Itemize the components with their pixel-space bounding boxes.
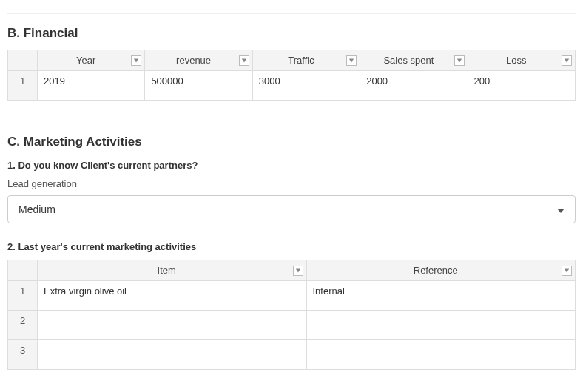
- financial-table: Year revenue Traffic Sales spent Loss: [7, 50, 576, 101]
- cell-reference[interactable]: Internal: [306, 281, 576, 311]
- activities-col-reference: Reference: [306, 260, 576, 281]
- filter-icon[interactable]: [562, 55, 572, 66]
- question-2: 2. Last year's current marketing activit…: [7, 241, 576, 252]
- svg-marker-7: [565, 268, 569, 272]
- svg-marker-5: [557, 209, 565, 213]
- col-label: Traffic: [288, 55, 314, 66]
- cell-reference[interactable]: [306, 311, 576, 340]
- activities-col-item: Item: [38, 260, 307, 281]
- section-b-title: B. Financial: [7, 26, 576, 41]
- financial-col-loss: Loss: [468, 50, 575, 71]
- table-row: 1 Extra virgin olive oil Internal: [8, 281, 576, 311]
- cell-year[interactable]: 2019: [38, 71, 145, 101]
- top-divider: [7, 13, 576, 14]
- filter-icon[interactable]: [239, 55, 249, 66]
- cell-item[interactable]: [38, 340, 307, 370]
- filter-icon[interactable]: [454, 55, 465, 66]
- marketing-activities-table: Item Reference 1 Extra virgin olive oil …: [7, 260, 576, 370]
- financial-col-sales-spent: Sales spent: [360, 50, 468, 71]
- financial-rownum-header: [8, 50, 38, 71]
- filter-icon[interactable]: [293, 266, 303, 276]
- dropdown-value: Medium: [18, 203, 55, 215]
- svg-marker-1: [242, 58, 246, 62]
- financial-col-traffic: Traffic: [252, 50, 360, 71]
- col-label: revenue: [176, 55, 211, 66]
- cell-item[interactable]: Extra virgin olive oil: [38, 281, 307, 311]
- table-row: 3: [8, 340, 576, 370]
- filter-icon[interactable]: [562, 266, 572, 276]
- cell-sales-spent[interactable]: 2000: [360, 71, 468, 101]
- chevron-down-icon: [557, 203, 565, 215]
- svg-marker-2: [349, 58, 354, 62]
- lead-generation-dropdown[interactable]: Medium: [7, 195, 576, 223]
- financial-col-year: Year: [38, 50, 145, 71]
- svg-marker-3: [456, 58, 461, 62]
- col-label: Item: [158, 265, 176, 276]
- financial-col-revenue: revenue: [145, 50, 252, 71]
- filter-icon[interactable]: [346, 55, 357, 66]
- rownum-cell: 1: [8, 281, 38, 311]
- cell-revenue[interactable]: 500000: [145, 71, 252, 101]
- section-c-title: C. Marketing Activities: [7, 135, 576, 149]
- table-row: 1 2019 500000 3000 2000 200: [8, 71, 576, 101]
- activities-rownum-header: [8, 260, 38, 281]
- cell-item[interactable]: [38, 311, 307, 340]
- col-label: Year: [76, 55, 95, 66]
- rownum-cell: 3: [8, 340, 38, 370]
- svg-marker-6: [295, 268, 300, 272]
- filter-icon[interactable]: [131, 55, 141, 66]
- table-row: 2: [8, 311, 576, 340]
- rownum-cell: 2: [8, 311, 38, 340]
- col-label: Reference: [414, 265, 458, 276]
- cell-reference[interactable]: [306, 340, 576, 370]
- cell-loss[interactable]: 200: [468, 71, 575, 101]
- lead-generation-label: Lead generation: [7, 178, 576, 189]
- svg-marker-4: [565, 58, 569, 62]
- col-label: Loss: [506, 55, 526, 66]
- rownum-cell: 1: [8, 71, 38, 101]
- svg-marker-0: [134, 58, 138, 62]
- col-label: Sales spent: [383, 55, 434, 66]
- cell-traffic[interactable]: 3000: [252, 71, 360, 101]
- question-1: 1. Do you know Client's current partners…: [7, 160, 576, 171]
